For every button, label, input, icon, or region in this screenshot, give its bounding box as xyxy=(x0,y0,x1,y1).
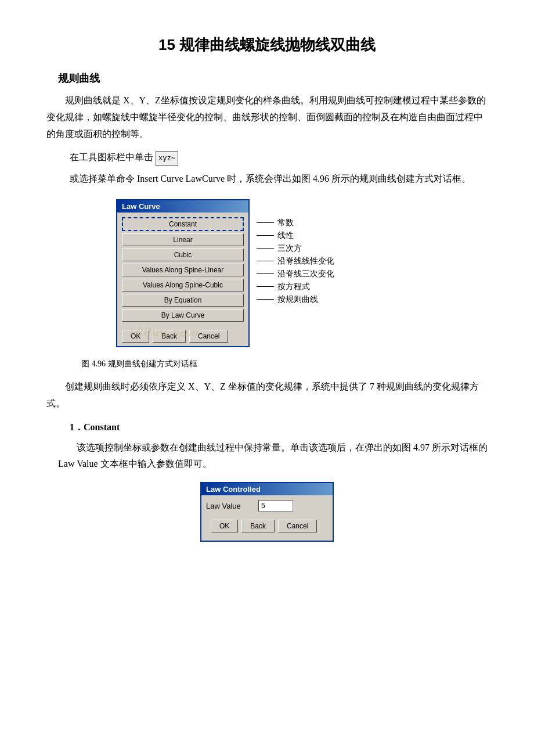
annotation-spine-cubic: 沿脊线三次变化 xyxy=(257,269,334,279)
law-btn-cancel[interactable]: Cancel xyxy=(278,520,317,532)
law-btn-ok[interactable]: OK xyxy=(211,520,238,532)
figure-caption-1: 图 4.96 规则曲线创建方式对话框 xyxy=(81,359,488,369)
btn-by-equation[interactable]: By Equation xyxy=(122,294,244,307)
law-value-row: Law Value xyxy=(206,500,328,512)
law-controlled-titlebar: Law Controlled xyxy=(201,483,333,495)
dialog-titlebar: Law Curve xyxy=(117,200,248,213)
dialog-body: Constant Linear Cubic Values Along Spine… xyxy=(117,213,248,326)
watermark: 100uu.com xyxy=(128,324,200,340)
annotation-cubic: 三次方 xyxy=(257,243,334,254)
btn-values-linear[interactable]: Values Along Spine-Linear xyxy=(122,264,244,276)
btn-constant[interactable]: Constant xyxy=(122,217,244,231)
law-controlled-body: Law Value OK Back Cancel xyxy=(201,495,333,541)
menu-text: 或选择菜单命令 Insert Curve LawCurve 时，系统会弹出如图 … xyxy=(70,171,488,188)
law-btn-back[interactable]: Back xyxy=(241,520,275,532)
toolbar-text: 在工具图标栏中单击 xyz~ xyxy=(70,149,488,166)
tool-icon: xyz~ xyxy=(156,151,178,166)
subsection-1-title: 1．Constant xyxy=(70,422,488,434)
btn-by-law-curve[interactable]: By Law Curve xyxy=(122,309,244,322)
law-controlled-container: Law Controlled Law Value OK Back Cancel xyxy=(192,482,342,542)
subsection-1-body: 该选项控制坐标或参数在创建曲线过程中保持常量。单击该选项后，在弹出的如图 4.9… xyxy=(58,440,488,473)
annotation-linear: 线性 xyxy=(257,231,334,241)
annotation-area: 常数 线性 三次方 沿脊线线性变化 沿脊线三次变化 按方程式 按规则曲线 xyxy=(250,199,334,306)
section-intro: 规则曲线就是 X、Y、Z坐标值按设定规则变化的样条曲线。利用规则曲线可控制建模过… xyxy=(46,92,488,142)
annotation-spine-linear: 沿脊线线性变化 xyxy=(257,256,334,267)
btn-linear[interactable]: Linear xyxy=(122,233,244,246)
section-title-1: 规则曲线 xyxy=(58,71,488,85)
page-title: 15 规律曲线螺旋线抛物线双曲线 xyxy=(46,35,488,55)
btn-cubic[interactable]: Cubic xyxy=(122,249,244,261)
annotation-equation: 按方程式 xyxy=(257,282,334,292)
law-value-input[interactable] xyxy=(258,500,293,512)
after-figure-text: 创建规则曲线时必须依序定义 X、Y、Z 坐标值的变化规律，系统中提供了 7 种规… xyxy=(46,379,488,412)
law-value-label: Law Value xyxy=(206,502,258,510)
annotation-law-curve: 按规则曲线 xyxy=(257,294,334,305)
annotation-constant: 常数 xyxy=(257,218,334,228)
btn-values-cubic[interactable]: Values Along Spine-Cubic xyxy=(122,279,244,291)
law-controlled-footer: OK Back Cancel xyxy=(206,516,328,536)
law-controlled-dialog: Law Controlled Law Value OK Back Cancel xyxy=(200,482,334,542)
